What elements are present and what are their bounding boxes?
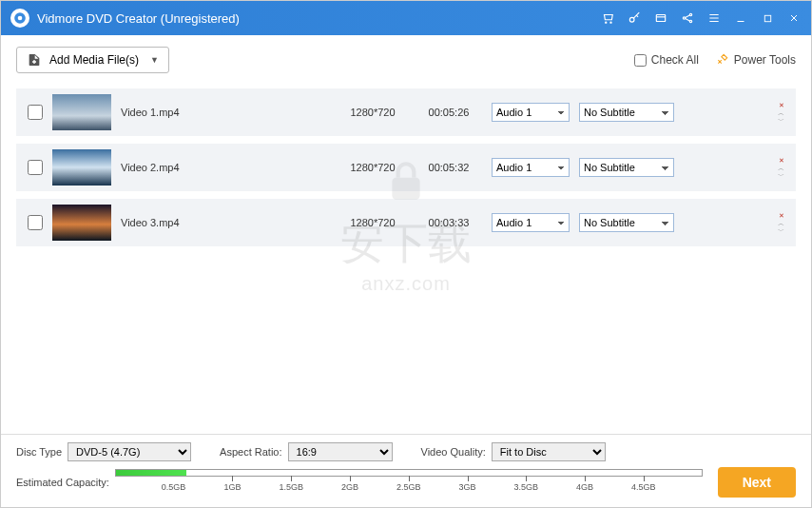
resolution: 1280*720 xyxy=(339,107,406,118)
move-down-icon[interactable]: ﹀ xyxy=(778,117,784,124)
add-media-button[interactable]: Add Media File(s) ▼ xyxy=(16,47,169,73)
bottom-bar: Disc Type DVD-5 (4.7G) Aspect Ratio: 16:… xyxy=(1,434,811,507)
row-actions: ✕ ︿ ﹀ xyxy=(778,157,788,179)
svg-point-7 xyxy=(689,13,691,15)
resolution: 1280*720 xyxy=(339,217,406,228)
video-thumbnail xyxy=(52,94,111,130)
video-thumbnail xyxy=(52,149,111,186)
resolution: 1280*720 xyxy=(339,162,406,173)
check-all-label: Check All xyxy=(651,53,699,67)
aspect-ratio-select[interactable]: 16:9 xyxy=(288,442,393,461)
move-down-icon[interactable]: ﹀ xyxy=(778,172,784,179)
tick-label: 1.5GB xyxy=(279,482,303,492)
row-checkbox[interactable] xyxy=(28,215,43,230)
tick-label: 3GB xyxy=(459,482,476,492)
app-title: Vidmore DVD Creator (Unregistered) xyxy=(37,11,600,26)
subtitle-select[interactable]: No Subtitle xyxy=(579,213,674,232)
tick-label: 4.5GB xyxy=(631,482,656,492)
add-media-label: Add Media File(s) xyxy=(49,53,139,67)
tick-label: 2.5GB xyxy=(396,482,421,492)
toolbar: Add Media File(s) ▼ Check All Power Tool… xyxy=(16,47,796,73)
file-name: Video 3.mp4 xyxy=(121,217,330,228)
audio-select[interactable]: Audio 1 xyxy=(492,213,570,232)
tick-label: 0.5GB xyxy=(162,482,186,492)
row-checkbox[interactable] xyxy=(28,160,43,175)
add-file-icon xyxy=(27,52,42,68)
move-up-icon[interactable]: ︿ xyxy=(778,165,784,171)
title-bar: Vidmore DVD Creator (Unregistered) xyxy=(1,1,811,35)
row-actions: ✕ ︿ ﹀ xyxy=(778,212,788,234)
audio-select[interactable]: Audio 1 xyxy=(492,103,570,122)
capacity-bar: 0.5GB 1GB 1.5GB 2GB 2.5GB 3GB 3.5GB 4GB … xyxy=(115,469,703,496)
power-tools-icon xyxy=(716,52,729,68)
svg-point-8 xyxy=(689,20,691,22)
row-checkbox[interactable] xyxy=(28,105,43,120)
video-quality-select[interactable]: Fit to Disc xyxy=(492,442,606,461)
svg-point-2 xyxy=(606,22,607,23)
disc-type-select[interactable]: DVD-5 (4.7G) xyxy=(68,442,191,461)
svg-rect-9 xyxy=(764,15,770,21)
move-up-icon[interactable]: ︿ xyxy=(778,220,784,226)
capacity-label: Estimated Capacity: xyxy=(16,477,109,488)
tick-label: 4GB xyxy=(576,482,593,492)
chevron-down-icon: ▼ xyxy=(150,55,159,65)
svg-point-6 xyxy=(683,17,685,19)
cart-icon[interactable] xyxy=(600,10,615,26)
remove-icon[interactable]: ✕ xyxy=(779,102,784,108)
svg-rect-5 xyxy=(656,15,665,22)
app-logo xyxy=(10,9,29,28)
titlebar-icons xyxy=(600,10,802,26)
subtitle-select[interactable]: No Subtitle xyxy=(579,103,674,122)
subtitle-select[interactable]: No Subtitle xyxy=(579,158,674,177)
audio-select[interactable]: Audio 1 xyxy=(492,158,570,177)
svg-point-3 xyxy=(610,22,611,23)
next-button[interactable]: Next xyxy=(718,467,796,498)
check-all-toggle[interactable]: Check All xyxy=(634,53,699,67)
svg-point-1 xyxy=(18,16,23,21)
video-thumbnail xyxy=(52,205,111,241)
key-icon[interactable] xyxy=(627,10,642,26)
move-down-icon[interactable]: ﹀ xyxy=(778,227,784,234)
tick-label: 3.5GB xyxy=(514,482,539,492)
capacity-fill xyxy=(116,470,186,476)
share-icon[interactable] xyxy=(680,10,695,26)
tick-label: 2GB xyxy=(341,482,358,492)
file-row[interactable]: Video 3.mp4 1280*720 00:03:33 Audio 1 No… xyxy=(16,199,796,246)
aspect-ratio-label: Aspect Ratio: xyxy=(220,446,281,458)
file-row[interactable]: Video 2.mp4 1280*720 00:05:32 Audio 1 No… xyxy=(16,144,796,191)
file-row[interactable]: Video 1.mp4 1280*720 00:05:26 Audio 1 No… xyxy=(16,88,796,136)
file-list: Video 1.mp4 1280*720 00:05:26 Audio 1 No… xyxy=(16,88,796,428)
duration: 00:03:33 xyxy=(416,217,482,228)
remove-icon[interactable]: ✕ xyxy=(779,212,784,219)
move-up-icon[interactable]: ︿ xyxy=(778,109,784,116)
row-actions: ✕ ︿ ﹀ xyxy=(778,102,788,124)
maximize-icon[interactable] xyxy=(760,10,775,26)
file-name: Video 1.mp4 xyxy=(121,107,330,118)
settings-icon[interactable] xyxy=(653,10,668,26)
power-tools-label: Power Tools xyxy=(734,53,796,67)
video-quality-label: Video Quality: xyxy=(421,446,486,458)
duration: 00:05:32 xyxy=(416,162,482,173)
close-icon[interactable] xyxy=(786,10,802,26)
duration: 00:05:26 xyxy=(416,107,482,118)
tick-label: 1GB xyxy=(223,482,241,492)
disc-type-label: Disc Type xyxy=(16,446,62,458)
power-tools-button[interactable]: Power Tools xyxy=(716,52,796,68)
check-all-checkbox[interactable] xyxy=(634,54,647,67)
file-name: Video 2.mp4 xyxy=(121,162,330,173)
menu-icon[interactable] xyxy=(706,10,722,26)
remove-icon[interactable]: ✕ xyxy=(779,157,784,164)
minimize-icon[interactable] xyxy=(733,10,748,26)
